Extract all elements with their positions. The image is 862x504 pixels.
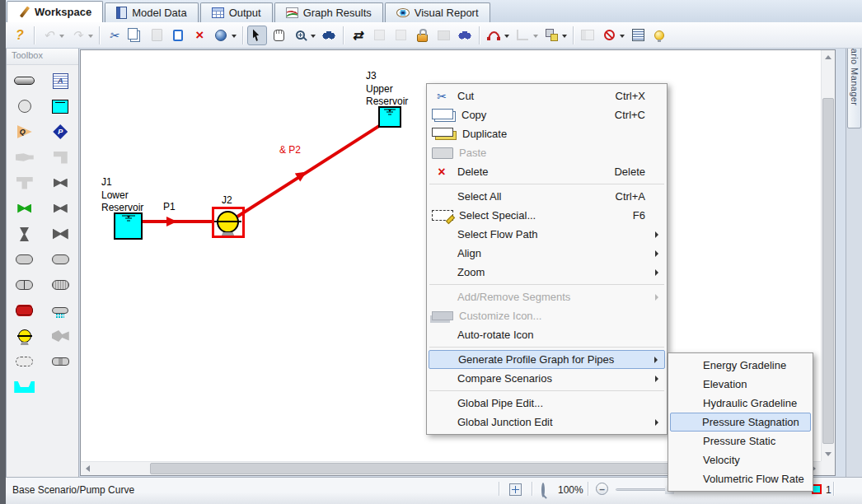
junction-j3-reservoir[interactable] [378,106,401,128]
orifice-tool[interactable] [10,276,40,294]
cursor-button[interactable] [247,26,267,45]
submenu-item-velocity[interactable]: Velocity [670,450,811,469]
menu-item-auto-rotate-icon[interactable]: Auto-rotate Icon [429,325,665,344]
check-valve-tool[interactable] [45,199,75,217]
scroll-left-icon[interactable] [86,465,90,472]
pipe-tool[interactable] [10,72,40,90]
scroll-up-icon[interactable] [825,55,832,59]
tab-model-data[interactable]: Model Data [105,2,198,22]
lock-button[interactable] [412,26,432,45]
assigned-pressure-icon: P [53,124,68,139]
bulb-button[interactable] [649,26,669,45]
menu-item-compare-scenarios[interactable]: Compare Scenarios [429,369,665,388]
cut-tool-button[interactable]: ✂ [104,26,124,45]
junction-j1-reservoir[interactable] [114,212,143,240]
swap-button[interactable]: ⇄ [348,26,368,45]
pipe-p1-flow-arrow-icon [166,217,177,226]
copy-tool-button[interactable] [125,26,145,45]
assigned-pressure-tool[interactable]: P [45,123,75,141]
screen-tool[interactable] [45,276,75,294]
junction-tool-button[interactable] [541,26,569,45]
zoom-out-button[interactable]: – [596,483,608,495]
find-button[interactable] [319,26,339,45]
submenu-item-volumetric-flow-rate[interactable]: Volumetric Flow Rate [670,469,811,488]
menu-item-cut[interactable]: ✂CutCtrl+X [429,86,665,105]
vertical-scrollbar-thumb[interactable] [822,98,834,444]
menu-item-copy[interactable]: CopyCtrl+C [429,105,665,124]
turbine-tool[interactable] [45,327,75,345]
tee-tool[interactable] [10,174,40,192]
tab-visual-report[interactable]: Visual Report [385,2,490,22]
weir-tool[interactable] [10,378,40,396]
three-way-valve-tool[interactable] [45,225,75,243]
reservoir-tool[interactable] [45,97,75,115]
menu-item-select-flow-path[interactable]: Select Flow Path [429,225,665,244]
junction-j1-label[interactable]: J1 Lower Reservoir [101,176,143,215]
pipe-p1[interactable] [143,220,213,223]
zoom-tool-button[interactable] [290,26,317,45]
help-button[interactable]: ? [10,26,30,45]
control-valve-tool[interactable] [10,199,40,217]
junction-j3-label[interactable]: J3 Upper Reservoir [366,70,408,109]
submenu-item-elevation[interactable]: Elevation [670,375,811,394]
pipe-p2-label[interactable]: & P2 [279,144,301,157]
dropdown-caret-icon[interactable] [562,35,567,38]
heat-exchanger-tool[interactable] [10,301,40,320]
volume-tool[interactable] [10,352,40,371]
bend-tool[interactable] [45,148,75,166]
customize-icon [432,311,453,320]
dropdown-caret-icon[interactable] [620,35,625,38]
profile-graph-submenu: Energy GradelineElevationHydraulic Grade… [668,352,813,492]
check-valve-icon [54,204,68,213]
submenu-item-pressure-stagnation[interactable]: Pressure Stagnation [670,413,811,432]
dropdown-caret-icon[interactable] [88,35,93,38]
submenu-item-energy-gradeline[interactable]: Energy Gradeline [670,356,811,375]
menu-item-global-pipe-edit[interactable]: Global Pipe Edit... [429,394,665,413]
dropdown-caret-icon[interactable] [232,35,237,38]
tab-output[interactable]: Output [200,2,273,22]
block-button[interactable] [599,26,626,45]
tab-graph-results[interactable]: Graph Results [274,2,383,22]
menu-item-generate-profile-graph-for-pipes[interactable]: Generate Profile Graph for Pipes [429,350,665,369]
junction-j2-label[interactable]: J2 [222,194,232,208]
venturi-tool[interactable] [45,250,75,268]
duplicate-tool-button[interactable] [168,26,188,45]
menu-item-delete[interactable]: ×DeleteDelete [429,162,665,181]
general-component-tool[interactable] [10,250,40,268]
duplicate-icon [432,128,453,137]
scroll-down-icon[interactable] [825,452,832,456]
branch-tool[interactable] [10,97,40,115]
spray-discharge-tool[interactable] [45,301,75,320]
pump-tool[interactable] [10,327,40,345]
menu-item-align[interactable]: Align [429,244,665,263]
pan-button[interactable] [269,26,288,45]
valve-tool[interactable] [45,174,75,192]
relief-valve-tool[interactable] [10,225,40,243]
menu-item-zoom[interactable]: Zoom [429,263,665,282]
submenu-item-hydraulic-gradeline[interactable]: Hydraulic Gradeline [670,394,811,413]
submenu-item-pressure-static[interactable]: Pressure Static [670,432,811,450]
globe-button[interactable] [211,26,238,45]
delete-tool-button[interactable]: × [190,26,209,45]
dropdown-caret-icon[interactable] [533,35,538,38]
menu-item-select-special[interactable]: Select Special...F6 [429,206,665,225]
reducer-tool[interactable] [10,148,40,166]
fitting-tool[interactable] [45,352,75,371]
pipe-p2[interactable] [237,123,383,218]
pipe-p1-label[interactable]: P1 [163,201,176,214]
annotation-tool[interactable]: A [45,72,75,90]
menu-item-duplicate[interactable]: Duplicate [429,124,665,143]
vertical-scrollbar[interactable] [821,50,835,461]
fit-to-window-button[interactable] [509,483,522,496]
pipe-tool-button[interactable] [484,26,511,45]
menu-separator [429,390,664,391]
menu-item-global-junction-edit[interactable]: Global Junction Edit [429,413,665,432]
assigned-flow-tool[interactable]: Q [10,123,40,141]
goto-button[interactable] [455,26,475,45]
dropdown-caret-icon[interactable] [311,35,316,38]
report-button[interactable] [628,26,648,45]
tab-workspace[interactable]: Workspace [7,1,103,22]
dropdown-caret-icon[interactable] [59,35,64,38]
menu-item-select-all[interactable]: Select AllCtrl+A [429,187,665,206]
dropdown-caret-icon[interactable] [504,35,509,38]
